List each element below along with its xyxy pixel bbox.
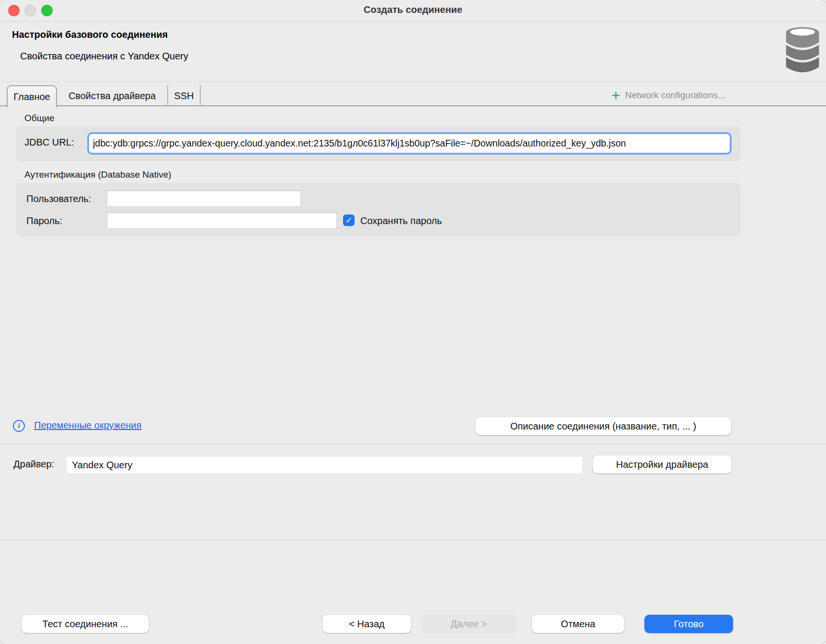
page-subtitle: Свойства соединения с Yandex Query	[20, 51, 188, 62]
driver-settings-button[interactable]: Настройки драйвера	[593, 455, 732, 474]
network-configurations-label: Network configurations...	[625, 90, 725, 101]
test-connection-button[interactable]: Тест соединения ...	[22, 615, 149, 633]
password-input[interactable]	[107, 213, 337, 229]
header-divider	[0, 81, 826, 82]
network-configurations-button[interactable]: + Network configurations...	[611, 85, 725, 105]
footer-divider	[0, 444, 826, 445]
jdbc-url-input[interactable]	[89, 134, 730, 153]
user-input[interactable]	[107, 191, 301, 207]
driver-label: Драйвер:	[13, 459, 54, 470]
create-connection-dialog: Создать соединение Настройки базового со…	[0, 0, 826, 644]
window-title: Создать соединение	[0, 4, 826, 15]
tab-main[interactable]: Главное	[7, 85, 57, 107]
environment-variables-link[interactable]: Переменные окружения	[34, 420, 141, 431]
tab-ssh[interactable]: SSH	[168, 85, 201, 106]
check-icon: ✓	[345, 215, 352, 226]
finish-button[interactable]: Готово	[644, 615, 733, 633]
buttonbar-divider	[0, 540, 826, 541]
auth-group-title: Аутентификация (Database Native)	[24, 169, 172, 180]
save-password-checkbox[interactable]: ✓	[343, 215, 355, 226]
tab-bar: Главное Свойства драйвера SSH	[7, 85, 201, 106]
page-title: Настройки базового соединения	[12, 29, 168, 40]
jdbc-url-label: JDBC URL:	[24, 137, 74, 148]
tab-driver-properties[interactable]: Свойства драйвера	[57, 85, 168, 106]
connection-description-button[interactable]: Описание соединения (название, тип, ... …	[475, 417, 731, 435]
titlebar: Создать соединение	[0, 0, 826, 22]
database-icon	[782, 26, 823, 75]
driver-name-field: Yandex Query	[67, 457, 582, 473]
general-group-title: Общие	[24, 113, 54, 124]
cancel-button[interactable]: Отмена	[532, 615, 624, 633]
plus-icon: +	[611, 88, 620, 102]
info-icon: i	[13, 420, 25, 432]
password-label: Пароль:	[26, 215, 62, 226]
save-password-label: Сохранять пароль	[360, 215, 442, 226]
user-label: Пользователь:	[26, 193, 91, 204]
back-button[interactable]: < Назад	[322, 615, 411, 633]
next-button: Далее >	[422, 615, 516, 633]
